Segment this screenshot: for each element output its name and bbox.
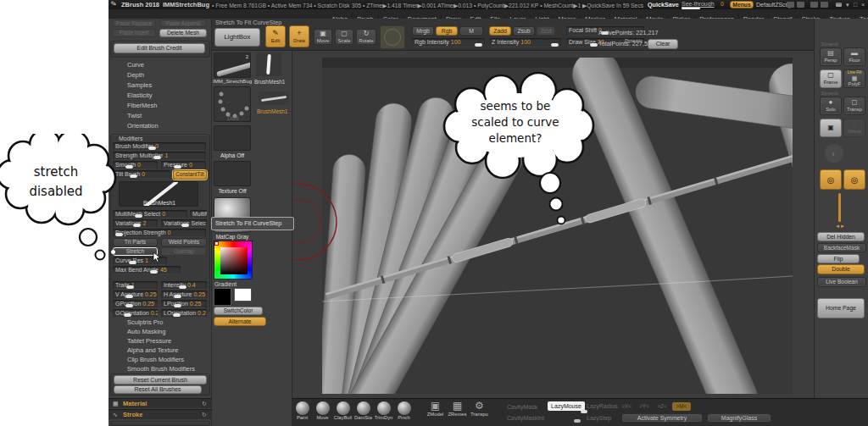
stroke-palette-row[interactable]: ∿ Stroke ↻ [108, 409, 212, 419]
modifiers-title[interactable]: Modifiers [119, 136, 142, 142]
alpha-off-thumb[interactable] [214, 125, 251, 151]
section-auto-masking[interactable]: Auto Masking [127, 329, 165, 335]
rgb-button[interactable]: Rgb [436, 26, 458, 36]
menus-button[interactable]: Menus [730, 1, 754, 8]
brush-quick-icons[interactable] [810, 2, 818, 8]
variations-select-slider[interactable]: Variations Selec [161, 219, 207, 228]
restore-icon[interactable]: □ [854, 2, 857, 8]
section-samples[interactable]: Samples [127, 82, 152, 89]
transp-button[interactable]: ◻Transp [843, 97, 865, 115]
radial-symmetry-button[interactable]: ◎ [843, 169, 865, 190]
interface-icons-2[interactable] [797, 2, 804, 8]
close-icon[interactable]: × [861, 2, 865, 8]
weld-points-button[interactable]: Weld Points [161, 238, 207, 246]
trails-slider[interactable]: Trails 1 [113, 281, 158, 290]
lorientation-slider[interactable]: LOrientation 0.2 [161, 309, 207, 318]
imm-brush-thumb[interactable]: 2 [214, 53, 251, 78]
zsub-button[interactable]: Zsub [513, 26, 535, 36]
del-hidden-button[interactable]: Del Hidden [817, 232, 865, 241]
zadd-button[interactable]: Zadd [489, 26, 511, 36]
max-bend-angle-slider[interactable]: Max Bend Angle 45 [113, 266, 181, 274]
brush-pinch[interactable]: Pinch [394, 401, 414, 424]
gorientation-slider[interactable]: GOrientation 0.2 [113, 309, 158, 318]
move-button[interactable]: ▣Move [314, 29, 332, 45]
delete-mesh-button[interactable]: Delete Mesh [159, 29, 207, 37]
section-tablet-pressure[interactable]: Tablet Pressure [127, 338, 171, 345]
brush-quick-icons-2[interactable] [821, 2, 828, 8]
edit-brush-credit-button[interactable]: Edit Brush Credit [114, 43, 205, 53]
focal-shift-slider[interactable] [518, 26, 523, 27]
main-color-swatch[interactable] [214, 288, 231, 306]
section-clip-brush-modifiers[interactable]: Clip Brush Modifiers [127, 357, 184, 363]
brush-trimdynamic[interactable]: TrimDyn [374, 401, 393, 424]
section-depth[interactable]: Depth [127, 72, 144, 79]
secondary-color-swatch[interactable] [234, 288, 252, 302]
see-through-label[interactable]: See-through [682, 1, 715, 8]
lazy-mouse-button[interactable]: LazyMouse [548, 401, 585, 411]
section-orientation[interactable]: Orientation [127, 123, 159, 130]
home-page-button[interactable]: Home Page [817, 298, 865, 318]
double-button[interactable]: Double [817, 264, 865, 274]
interface-icons[interactable] [787, 2, 794, 8]
h-aperture-slider[interactable]: H Aperture 0.25 [161, 290, 207, 299]
reset-current-brush-button[interactable]: Reset Current Brush [114, 375, 207, 385]
backface-mask-button[interactable]: BackfaceMask [817, 243, 866, 252]
rgb-intensity-slider[interactable]: Rgb Intensity 100 [412, 38, 485, 47]
color-picker[interactable] [214, 241, 253, 279]
rotate-button[interactable]: ↻Rotate [356, 29, 376, 45]
section-fibermesh[interactable]: FiberMesh [127, 102, 157, 109]
brush-paint[interactable]: Paint [292, 401, 312, 424]
shelf-scrollbar[interactable] [838, 193, 841, 222]
persp-button[interactable]: ▤Persp [820, 47, 842, 66]
section-alpha-and-texture[interactable]: Alpha and Texture [127, 347, 178, 354]
gposition-slider[interactable]: GPosition 0.25 [113, 300, 158, 308]
floor-button[interactable]: ▬Floor [843, 47, 865, 66]
quicksave-button[interactable]: QuickSave [648, 2, 679, 8]
z-intensity-slider[interactable]: Z Intensity 100 [489, 38, 561, 47]
transpose-tool[interactable]: ⚙ Transpo [469, 401, 490, 424]
local-symmetry-button[interactable]: ◎ [820, 169, 842, 190]
magnify-glass-button[interactable]: MagnifyGlass [707, 413, 771, 423]
section-smooth-brush-modifiers[interactable]: Smooth Brush Modifiers [127, 366, 195, 373]
brush-preview-swatch[interactable] [380, 25, 405, 49]
mrgb-button[interactable]: Mrgb [412, 26, 434, 36]
clear-button[interactable]: Clear [648, 39, 678, 49]
flip-button[interactable]: Flip [817, 254, 860, 263]
smooth-slider[interactable]: Smooth 0 [113, 161, 158, 169]
brush-claybuildup[interactable]: ClayBuil [333, 401, 353, 424]
projection-strength-slider[interactable]: Projection Strength 0 [113, 229, 206, 237]
section-curve[interactable]: Curve [127, 62, 144, 69]
material-palette-row[interactable]: ▦ Material ↻ [108, 398, 212, 408]
activate-symmetry-button[interactable]: Activate Symmetry [621, 413, 703, 423]
v-aperture-slider[interactable]: V Aperture 0.25 [113, 290, 158, 299]
tri-parts-button[interactable]: Tri Parts [113, 238, 158, 246]
draw-button[interactable]: +Draw [289, 25, 309, 47]
pressure-slider[interactable]: Pressure 0 [161, 161, 206, 169]
divider-handle-icon[interactable]: ◄► [835, 224, 845, 230]
section-sculptris-pro[interactable]: Sculptris Pro [127, 319, 164, 326]
multimesh-select-slider[interactable]: MultiMesh Select 0 [113, 210, 187, 219]
lightbox-button[interactable]: LightBox [214, 28, 260, 47]
section-twist[interactable]: Twist [127, 113, 142, 119]
tilt-brush-slider[interactable]: Tilt Brush 0 [113, 170, 170, 179]
section-elasticity[interactable]: Elasticity [127, 92, 153, 99]
m-button[interactable]: M [459, 26, 483, 36]
material-refresh-icon[interactable]: ↻ [202, 401, 207, 407]
polyf-button[interactable]: Line Fill ▦PolyF [843, 69, 865, 88]
variations-slider[interactable]: Variations 2 [113, 219, 158, 228]
zremesher-tool[interactable]: ▦ ZRemes [447, 401, 468, 424]
brush-damstandard[interactable]: DamSta [353, 401, 373, 424]
lposition-slider[interactable]: LPosition 0.25 [161, 300, 207, 308]
brushmesh-selected-thumb[interactable] [259, 91, 289, 105]
strength-multiplier-slider[interactable]: Strength Multiplier 1 [113, 152, 206, 160]
stretch-button[interactable]: Stretch [113, 247, 158, 256]
sym-m-button[interactable]: >M< [672, 402, 691, 411]
texture-off-thumb[interactable] [214, 161, 251, 186]
brush-move[interactable]: Move [313, 401, 332, 424]
switch-color-button[interactable]: SwitchColor [214, 307, 263, 315]
camera-button[interactable]: ▣ [820, 119, 842, 137]
scale-button[interactable]: ▢Scale [335, 29, 353, 45]
frame-button[interactable]: ▢Frame [820, 69, 842, 88]
constant-tilt-button[interactable]: ConstantTilt [173, 170, 207, 180]
gradient-label[interactable]: Gradient [214, 281, 236, 287]
